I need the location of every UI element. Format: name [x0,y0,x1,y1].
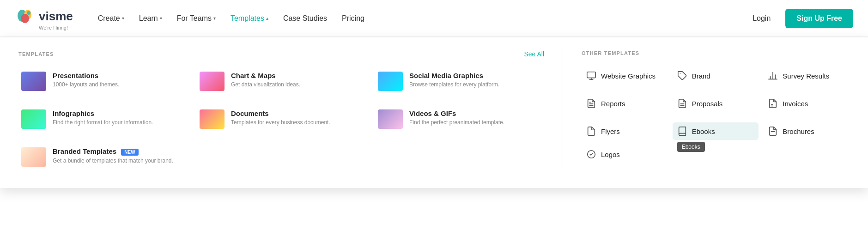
logo-area: visme We're Hiring! [15,6,73,30]
svg-point-2 [21,14,29,23]
nav-templates[interactable]: Templates ▴ [224,11,275,26]
signup-button[interactable]: Sign Up Free [785,9,853,28]
nav-create[interactable]: Create ▾ [91,11,131,26]
logo-text: visme [39,9,73,24]
nav-right: Login Sign Up Free [745,9,853,28]
chevron-down-icon: ▾ [213,16,216,21]
nav-pricing[interactable]: Pricing [335,11,371,26]
logo[interactable]: visme [15,6,73,27]
nav-learn[interactable]: Learn ▾ [133,11,169,26]
nav-links: Create ▾ Learn ▾ For Teams ▾ Templates ▴… [91,11,745,26]
login-button[interactable]: Login [745,11,778,26]
chevron-down-icon: ▾ [160,16,162,21]
chevron-up-icon: ▴ [266,16,268,21]
svg-point-3 [27,11,30,15]
nav-for-teams[interactable]: For Teams ▾ [170,11,222,26]
hiring-badge: We're Hiring! [39,25,68,30]
chevron-down-icon: ▾ [122,16,124,21]
visme-logo-icon [15,6,35,27]
nav-case-studies[interactable]: Case Studies [277,11,334,26]
navbar: visme We're Hiring! Create ▾ Learn ▾ For… [0,0,868,37]
